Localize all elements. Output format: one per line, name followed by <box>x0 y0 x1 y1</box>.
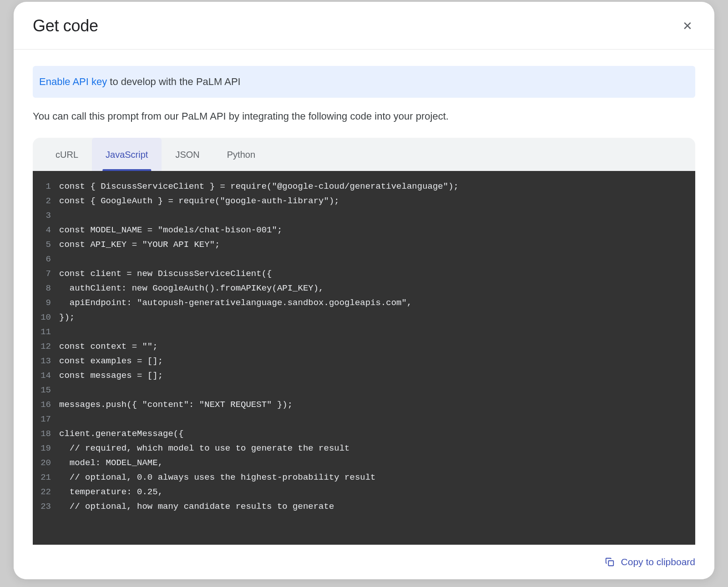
description-text: You can call this prompt from our PaLM A… <box>33 110 695 122</box>
dialog-body: Enable API key to develop with the PaLM … <box>14 50 714 545</box>
close-button[interactable]: ✕ <box>680 17 695 35</box>
copy-to-clipboard-button[interactable]: Copy to clipboard <box>605 557 695 567</box>
code-content[interactable]: const { DiscussServiceClient } = require… <box>59 179 695 545</box>
dialog-header: Get code ✕ <box>14 2 714 50</box>
tab-json[interactable]: JSON <box>162 138 213 171</box>
close-icon: ✕ <box>682 19 693 33</box>
copy-icon <box>605 557 615 567</box>
copy-label: Copy to clipboard <box>621 557 695 567</box>
code-panel: cURL JavaScript JSON Python 1 2 3 4 5 6 … <box>33 138 695 545</box>
dialog-title: Get code <box>33 16 98 35</box>
api-key-banner: Enable API key to develop with the PaLM … <box>33 66 695 98</box>
dialog-footer: Copy to clipboard <box>14 545 714 579</box>
banner-suffix: to develop with the PaLM API <box>107 76 241 87</box>
enable-api-key-link[interactable]: Enable API key <box>39 76 107 87</box>
line-numbers: 1 2 3 4 5 6 7 8 9 10 11 12 13 14 15 16 1… <box>33 179 59 545</box>
get-code-dialog: Get code ✕ Enable API key to develop wit… <box>14 2 714 579</box>
code-block: 1 2 3 4 5 6 7 8 9 10 11 12 13 14 15 16 1… <box>33 171 695 545</box>
svg-rect-0 <box>608 561 613 566</box>
tab-curl[interactable]: cURL <box>42 138 92 171</box>
tab-python[interactable]: Python <box>213 138 269 171</box>
language-tabs: cURL JavaScript JSON Python <box>33 138 695 171</box>
tab-javascript[interactable]: JavaScript <box>92 138 162 171</box>
